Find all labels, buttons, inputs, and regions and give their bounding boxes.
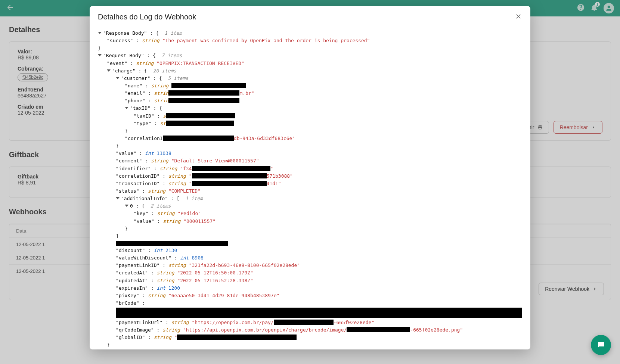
redacted (192, 173, 267, 178)
redacted (171, 83, 246, 88)
redacted (347, 327, 410, 332)
redacted (192, 166, 270, 171)
json-key: "Response Body" (103, 30, 147, 36)
close-icon[interactable] (515, 13, 522, 21)
modal-body[interactable]: "Response Body" : { 1 item "success" : s… (90, 26, 530, 349)
redacted (116, 308, 522, 318)
redacted (168, 90, 239, 96)
redacted (274, 320, 334, 325)
chat-icon (596, 340, 605, 349)
modal: Detalhes do Log do Webhook "Response Bod… (90, 6, 530, 349)
redacted (163, 136, 234, 141)
redacted (192, 181, 267, 186)
redacted (116, 241, 228, 246)
redacted (166, 113, 235, 118)
redacted (168, 98, 239, 103)
chat-fab[interactable] (591, 335, 611, 355)
redacted (177, 335, 297, 340)
redacted (166, 121, 234, 126)
modal-title: Detalhes do Log do Webhook (98, 13, 196, 21)
